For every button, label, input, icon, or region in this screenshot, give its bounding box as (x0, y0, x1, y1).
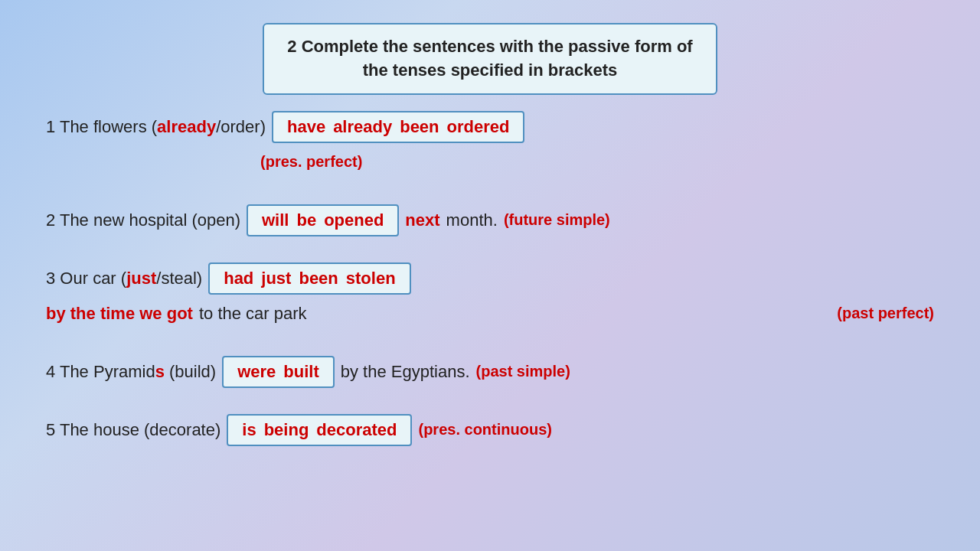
s1-word4: ordered (447, 117, 510, 137)
s2-word1: will (262, 210, 289, 230)
s4-word2: built (283, 362, 318, 382)
s5-word3: decorated (316, 420, 397, 440)
s1-word3: been (400, 117, 439, 137)
s2-tense: (future simple) (504, 211, 610, 229)
s4-tense: (past simple) (476, 363, 570, 380)
sentence-line-1: 1 The flowers (already/order) have alrea… (46, 110, 934, 144)
sentence-group-5: 5 The house (decorate) is being decorate… (46, 413, 934, 447)
s1-tense: (pres. perfect) (260, 153, 362, 171)
s5-prefix: 5 The house (decorate) (46, 420, 220, 440)
s3-word4: stolen (346, 269, 396, 289)
s3-answer-box: had just been stolen (208, 262, 410, 295)
s5-answer-box: is being decorated (227, 414, 412, 446)
sentence-group-2: 2 The new hospital (open) will be opened… (46, 204, 934, 237)
s1-word1: have (287, 117, 325, 137)
s4-word1: were (237, 362, 276, 382)
sentence-line-5: 5 The house (decorate) is being decorate… (46, 413, 934, 447)
s3-word2: just (261, 269, 291, 289)
s3-prefix: 3 Our car (just/steal) (46, 269, 202, 289)
title-line1: 2 Complete the sentences with the passiv… (287, 37, 692, 56)
s3-sub: by the time we got to the car park (past… (46, 297, 934, 331)
s2-month: month. (446, 210, 498, 230)
s1-answer-box: have already been ordered (272, 111, 525, 143)
s1-prefix: 1 The flowers (already/order) (46, 117, 266, 137)
sentence-group-3: 3 Our car (just/steal) had just been sto… (46, 262, 934, 331)
page: 2 Complete the sentences with the passiv… (0, 0, 980, 551)
s2-prefix: 2 The new hospital (open) (46, 210, 240, 230)
s5-word2: being (264, 420, 309, 440)
s3-word1: had (224, 269, 253, 289)
s2-word2: be (296, 210, 316, 230)
s1-sub: (pres. perfect) (46, 145, 934, 179)
sentence-group-4: 4 The Pyramids (build) were built by the… (46, 355, 934, 389)
s1-word2: already (333, 117, 392, 137)
title-line2: the tenses specified in brackets (363, 60, 618, 80)
s2-answer-box: will be opened (247, 204, 399, 236)
s5-tense: (pres. continuous) (418, 421, 551, 439)
sentence-group-1: 1 The flowers (already/order) have alrea… (46, 110, 934, 179)
s3-subline-red: by the time we got (46, 304, 193, 324)
sentence-line-4: 4 The Pyramids (build) were built by the… (46, 355, 934, 389)
s4-suffix: by the Egyptians. (341, 362, 470, 382)
s3-tense: (past perfect) (837, 305, 934, 322)
sentences-container: 1 The flowers (already/order) have alrea… (31, 110, 949, 447)
s3-subline-black: to the car park (199, 304, 307, 324)
s2-next: next (405, 210, 439, 230)
sentence-line-3: 3 Our car (just/steal) had just been sto… (46, 262, 934, 295)
s5-word1: is (242, 420, 256, 440)
s4-answer-box: were built (222, 356, 335, 388)
s2-word3: opened (324, 210, 384, 230)
s4-prefix: 4 The Pyramids (build) (46, 362, 216, 382)
sentence-line-2: 2 The new hospital (open) will be opened… (46, 204, 934, 237)
s3-word3: been (299, 269, 338, 289)
title-box: 2 Complete the sentences with the passiv… (263, 23, 717, 95)
